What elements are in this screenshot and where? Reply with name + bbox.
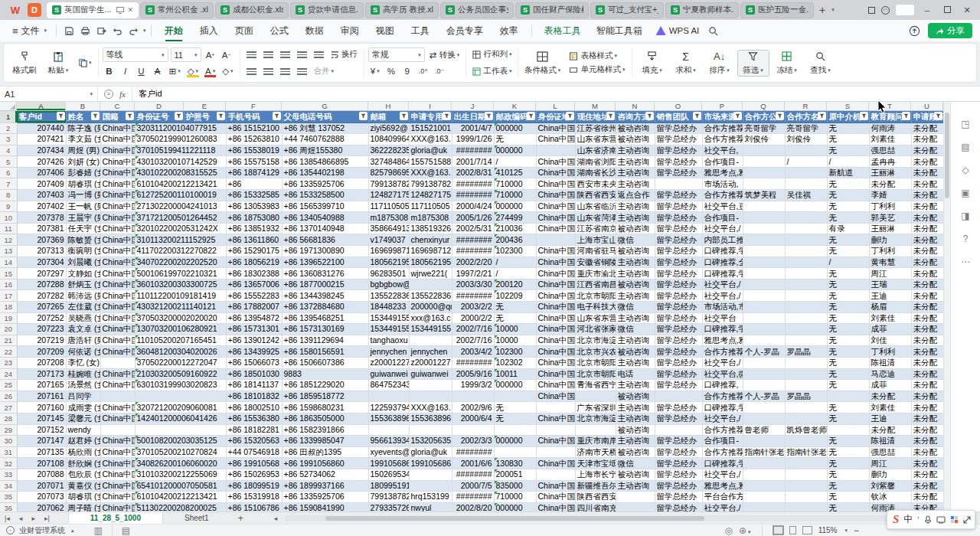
- cell-C25[interactable]: China中国: [100, 380, 135, 391]
- record-macro-icon[interactable]: ▥: [94, 525, 103, 536]
- increase-font-icon[interactable]: A+: [204, 48, 217, 62]
- cell-Q21[interactable]: [743, 335, 785, 346]
- cell-K34[interactable]: 835000: [494, 480, 536, 492]
- cell-K14[interactable]: /: [494, 257, 536, 268]
- cell-M4[interactable]: 山东省济南: [575, 145, 616, 156]
- cell-K21[interactable]: 10000: [494, 335, 536, 346]
- cell-G21[interactable]: +86 1391129694: [282, 335, 368, 346]
- cell-U8[interactable]: 未分配: [911, 190, 943, 201]
- cell-L7[interactable]: China中国: [536, 178, 575, 190]
- cell-Q12[interactable]: [743, 234, 785, 246]
- cell-D25[interactable]: 630103199903020823: [135, 380, 226, 391]
- filter-dropdown-icon[interactable]: [126, 112, 134, 120]
- cell-Q34[interactable]: [743, 480, 785, 492]
- column-header-P[interactable]: P: [702, 102, 743, 111]
- cell-I26[interactable]: [409, 391, 452, 402]
- cell-D36[interactable]: 511302200208200025: [135, 502, 226, 511]
- cell-S27[interactable]: 无: [827, 402, 869, 413]
- cell-T13[interactable]: 丁利利: [869, 246, 911, 257]
- cell-D31[interactable]: 370105200210270824: [135, 446, 226, 458]
- cell-G14[interactable]: +86 1396522100: [282, 257, 368, 268]
- convert-button[interactable]: ⇄ 转换▾: [427, 48, 462, 62]
- cell-H11[interactable]: 358664913: [368, 223, 409, 234]
- cell-S11[interactable]: 有录: [827, 223, 869, 234]
- cell-U5[interactable]: 未分配: [911, 156, 943, 168]
- cell-P22[interactable]: 合作方推荐: [702, 346, 743, 358]
- cell-U17[interactable]: 未分配: [911, 290, 943, 302]
- cell-T5[interactable]: 孟冉冉: [869, 156, 911, 168]
- header-cell-L[interactable]: 身份证地: [536, 111, 575, 123]
- cell-F26[interactable]: +86 18101832: [226, 391, 282, 402]
- cell-D24[interactable]: 210303200509160922: [135, 368, 226, 380]
- cell-K5[interactable]: /: [494, 156, 536, 168]
- filter-button[interactable]: 筛选▾: [737, 50, 769, 77]
- cell-A33[interactable]: 207088: [17, 469, 66, 480]
- cell-R33[interactable]: [785, 469, 827, 480]
- cell-M30[interactable]: 重庆市南岸: [575, 436, 616, 447]
- cell-P31[interactable]: 合作方推荐: [702, 446, 743, 458]
- cell-F25[interactable]: +86 18141137: [226, 380, 282, 391]
- cell-M20[interactable]: 河北省张家: [575, 324, 616, 335]
- zoom-out-icon[interactable]: −: [854, 525, 859, 536]
- vertical-scrollbar[interactable]: [943, 102, 950, 511]
- cell-R6[interactable]: [785, 167, 827, 178]
- header-cell-E[interactable]: 护照号: [184, 111, 226, 123]
- row-number[interactable]: 28: [0, 413, 17, 424]
- cell-U35[interactable]: 未分配: [911, 492, 943, 503]
- cell-A31[interactable]: 207135: [17, 446, 66, 458]
- cell-O19[interactable]: 留学总经办: [655, 312, 702, 324]
- minimize-button[interactable]: –: [920, 5, 934, 15]
- maximize-button[interactable]: [940, 5, 954, 15]
- cell-C14[interactable]: China中国: [100, 257, 135, 268]
- cell-Q33[interactable]: [743, 469, 785, 480]
- cell-G17[interactable]: +86 1344398245: [282, 290, 368, 302]
- align-left-icon[interactable]: [244, 64, 259, 78]
- row-number[interactable]: 30: [0, 436, 17, 447]
- column-header-B[interactable]: B: [66, 102, 100, 111]
- menu-item[interactable]: 数据: [297, 21, 332, 41]
- cell-Q15[interactable]: [743, 268, 785, 279]
- cell-I30[interactable]: 153205635: [409, 436, 452, 447]
- cell-U30[interactable]: 未分配: [911, 436, 943, 447]
- cell-D35[interactable]: 610104200212213421: [135, 492, 226, 503]
- cell-B34[interactable]: 黄嘉仪 (女: [66, 480, 100, 492]
- cell-A29[interactable]: 207152: [17, 424, 66, 436]
- cell-P11[interactable]: 社交平台,/: [702, 223, 743, 234]
- cell-N17[interactable]: 主动咨询: [616, 290, 655, 302]
- cell-I7[interactable]: 799138782: [409, 178, 452, 190]
- cell-P25[interactable]: 口碑推荐,: [702, 380, 743, 391]
- cell-O21[interactable]: 留学总经办: [655, 335, 702, 346]
- find-button[interactable]: 查找▾: [805, 51, 837, 76]
- cell-D34[interactable]: 654101200007050581: [135, 480, 226, 492]
- header-cell-U[interactable]: 申请顾问: [911, 111, 943, 123]
- tab-list-chevron-icon[interactable]: ▾: [831, 7, 835, 13]
- cell-Q11[interactable]: [743, 223, 785, 234]
- cell-P23[interactable]: 社交平台,/: [702, 357, 743, 368]
- cell-H21[interactable]: tanghaoxu: [368, 335, 409, 346]
- cell-C3[interactable]: China中国: [100, 134, 135, 145]
- cell-N4[interactable]: 主动咨询: [616, 145, 655, 156]
- cell-D11[interactable]: 32010220020531242X: [135, 223, 226, 234]
- tab-layout-icon[interactable]: [868, 7, 875, 14]
- row-number[interactable]: 15: [0, 268, 17, 279]
- cell-C32[interactable]: China中国: [100, 458, 135, 469]
- cell-L35[interactable]: China中国: [536, 492, 575, 503]
- cell-Q27[interactable]: [743, 402, 785, 413]
- panel-more-icon[interactable]: ⋯: [961, 257, 970, 267]
- column-header-I[interactable]: I: [409, 102, 452, 111]
- cell-A32[interactable]: 207108: [17, 458, 66, 469]
- cell-F14[interactable]: +86 18056219: [226, 257, 282, 268]
- cell-L13[interactable]: China中国: [536, 246, 575, 257]
- wrap-text-button[interactable]: 换行: [328, 47, 360, 61]
- cell-P10[interactable]: 合作项目-: [702, 212, 743, 224]
- cell-F9[interactable]: +86 13053983: [226, 201, 282, 212]
- cell-C27[interactable]: China中国: [100, 402, 135, 413]
- cell-B27[interactable]: 成雨雯 (女: [66, 402, 100, 413]
- header-cell-J[interactable]: 出生日期: [452, 111, 494, 123]
- cell-T8[interactable]: 李婧: [869, 190, 911, 201]
- cell-R5[interactable]: /: [785, 156, 827, 168]
- cell-B10[interactable]: 王晨宇 (男: [66, 212, 100, 224]
- ime-expand-icon[interactable]: [963, 516, 971, 524]
- print-icon[interactable]: [77, 26, 93, 36]
- cell-D6[interactable]: 430102200208315525: [135, 167, 226, 178]
